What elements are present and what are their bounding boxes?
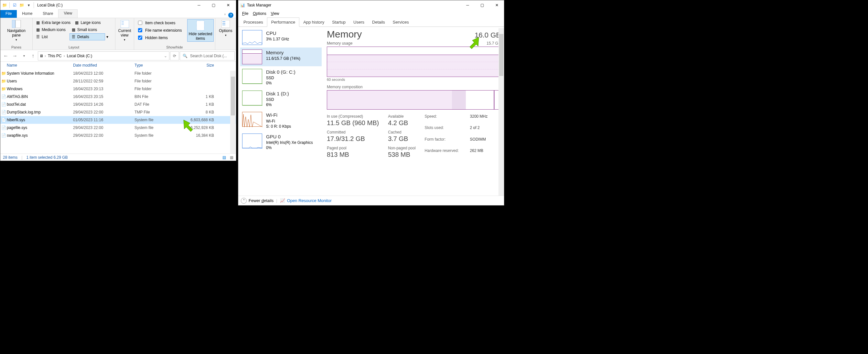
file-row[interactable]: 📁System Volume Information18/04/2023 12:…	[0, 69, 236, 77]
sidebar-item-wifi[interactable]: Wi-FiWi-FiS: 0 R: 0 Kbps	[240, 110, 322, 131]
refresh-button[interactable]: ⟳	[170, 52, 179, 60]
column-headers[interactable]: Name Date modified Type Size	[0, 62, 236, 69]
vertical-scrollbar[interactable]	[498, 28, 504, 196]
explorer-titlebar[interactable]: 📁 ☑ 📁 ▾ Local Disk (C:) ─ ▢ ✕	[0, 0, 236, 10]
svg-rect-7	[222, 21, 225, 22]
file-name: AMTAG.BIN	[7, 94, 73, 99]
large-icons-view-toggle-icon[interactable]: ▦	[230, 155, 234, 160]
qat-dropdown-icon[interactable]: ▾	[25, 3, 32, 7]
mini-title: Memory	[266, 50, 300, 56]
layout-extra-large[interactable]: ▦Extra large icons	[34, 19, 73, 26]
tm-menu-bar[interactable]: File Options View	[238, 10, 504, 17]
share-tab[interactable]: Share	[37, 10, 58, 18]
file-name: hiberfil.sys	[7, 118, 73, 122]
layout-medium[interactable]: ▦Medium icons	[34, 26, 69, 33]
col-name[interactable]: Name	[0, 63, 73, 68]
properties-qat-icon[interactable]: ☑	[11, 3, 18, 7]
hidden-items-checkbox[interactable]: Hidden items	[135, 34, 187, 41]
tab-services[interactable]: Services	[389, 18, 413, 27]
tm-tabstrip[interactable]: ProcessesPerformanceApp historyStartupUs…	[238, 17, 504, 27]
file-icon: 📄	[0, 102, 7, 107]
layout-more-icon[interactable]: ▾	[105, 35, 110, 39]
col-size[interactable]: Size	[186, 63, 217, 68]
file-type: BIN File	[134, 94, 186, 99]
file-list[interactable]: 📁System Volume Information18/04/2023 12:…	[0, 69, 236, 139]
menu-view[interactable]: View	[269, 11, 281, 17]
scrollbar-thumb[interactable]	[499, 34, 503, 76]
breadcrumb-this-pc[interactable]: This PC	[47, 54, 62, 58]
file-row[interactable]: 📄AMTAG.BIN16/04/2023 20:15BIN File1 KB	[0, 93, 236, 101]
layout-list[interactable]: ☰List	[34, 33, 69, 40]
menu-file[interactable]: File	[240, 11, 250, 17]
chevron-right-icon[interactable]: ›	[63, 54, 66, 58]
search-box[interactable]: 🔍 Search Local Disk (...	[180, 52, 235, 60]
file-row[interactable]: 📄hiberfil.sys01/05/2023 11:16System file…	[0, 116, 236, 124]
menu-options[interactable]: Options	[251, 11, 268, 17]
options-button[interactable]: Options ▾	[217, 19, 235, 38]
home-tab[interactable]: Home	[17, 10, 37, 18]
sidebar-item-disk0[interactable]: Disk 0 (G: C:)SSD0%	[240, 67, 322, 88]
file-tab[interactable]: File	[0, 10, 17, 18]
layout-details[interactable]: ☰Details	[69, 33, 105, 40]
col-date[interactable]: Date modified	[73, 63, 134, 68]
performance-sidebar[interactable]: CPU3% 1.37 GHzMemory11.6/15.7 GB (74%)Di…	[238, 27, 323, 195]
close-button[interactable]: ✕	[490, 0, 504, 10]
breadcrumb-local-disk[interactable]: Local Disk (C:)	[66, 54, 93, 58]
back-button[interactable]: ←	[2, 52, 10, 60]
file-row[interactable]: 📁Users28/11/2022 02:59File folder	[0, 77, 236, 85]
panes-group-label: Panes	[2, 45, 31, 50]
memory-panel: Memory 16.0 GB Memory usage 15.7 GB 60 s…	[323, 27, 504, 195]
address-history-icon[interactable]: ⌄	[163, 54, 168, 58]
file-row[interactable]: 📁Windows16/04/2023 20:13File folder	[0, 85, 236, 93]
minimize-button[interactable]: ─	[192, 0, 206, 10]
tm-titlebar[interactable]: 📊 Task Manager ─ ▢ ✕	[238, 0, 504, 10]
address-bar[interactable]: 🖥 › This PC › Local Disk (C:) ⌄	[38, 52, 169, 60]
close-button[interactable]: ✕	[221, 0, 235, 10]
tab-startup[interactable]: Startup	[328, 18, 349, 27]
file-row[interactable]: 📄pagefile.sys29/04/2023 22:00System file…	[0, 124, 236, 132]
file-row[interactable]: 📄swapfile.sys29/04/2023 22:00System file…	[0, 132, 236, 139]
scrollbar-thumb[interactable]	[231, 76, 235, 116]
view-tab[interactable]: View	[58, 9, 78, 18]
hide-selected-items-button[interactable]: Hide selected items	[187, 19, 214, 42]
committed-label: Committed	[327, 130, 379, 134]
item-check-boxes-checkbox[interactable]: Item check boxes	[135, 19, 187, 27]
tab-details[interactable]: Details	[368, 18, 389, 27]
sidebar-item-disk1[interactable]: Disk 1 (D:)SSD6%	[240, 89, 322, 109]
recent-locations-button[interactable]: ▾	[20, 52, 28, 60]
details-view-toggle-icon[interactable]: ▤	[222, 155, 226, 160]
tab-users[interactable]: Users	[349, 18, 368, 27]
vertical-scrollbar[interactable]	[230, 71, 236, 154]
mini-sub: 11.6/15.7 GB (74%)	[266, 56, 300, 61]
current-view-label: Current view	[118, 28, 131, 37]
sidebar-item-mem[interactable]: Memory11.6/15.7 GB (74%)	[240, 47, 322, 66]
file-type: TMP File	[134, 110, 186, 115]
sidebar-item-gpu[interactable]: GPU 0Intel(R) Iris(R) Xe Graphics0%	[240, 132, 322, 153]
sidebar-item-cpu[interactable]: CPU3% 1.37 GHz	[240, 28, 322, 47]
tab-app-history[interactable]: App history	[299, 18, 328, 27]
chevron-right-icon[interactable]: ›	[44, 54, 46, 58]
minimize-button[interactable]: ─	[460, 0, 475, 10]
current-view-button[interactable]: Current view ▾	[117, 19, 132, 42]
layout-large[interactable]: ▦Large icons	[73, 19, 108, 26]
col-type[interactable]: Type	[134, 63, 186, 68]
collapse-ribbon-icon[interactable]: ＾	[223, 12, 227, 18]
maximize-button[interactable]: ▢	[206, 0, 221, 10]
navigation-pane-button[interactable]: Navigation pane ▾	[3, 19, 30, 42]
file-type: File folder	[134, 79, 186, 84]
fewer-details-toggle[interactable]: ˄ Fewer details	[241, 198, 274, 204]
new-folder-qat-icon[interactable]: 📁	[18, 3, 25, 7]
file-row[interactable]: 📄bootTel.dat19/04/2023 14:26DAT File1 KB	[0, 101, 236, 108]
file-name-extensions-checkbox[interactable]: File name extensions	[135, 27, 187, 34]
file-date: 16/04/2023 20:15	[73, 94, 134, 99]
open-resource-monitor-link[interactable]: 📈 Open Resource Monitor	[280, 198, 332, 203]
layout-small[interactable]: ▦Small icons	[69, 26, 105, 33]
mini-title: Disk 0 (G: C:)	[266, 69, 296, 75]
maximize-button[interactable]: ▢	[475, 0, 490, 10]
forward-button[interactable]: →	[11, 52, 19, 60]
tab-processes[interactable]: Processes	[240, 18, 267, 27]
help-icon[interactable]: ?	[228, 12, 234, 18]
file-row[interactable]: 📄DumpStack.log.tmp29/04/2023 22:00TMP Fi…	[0, 108, 236, 116]
up-button[interactable]: ↑	[29, 52, 37, 60]
tab-performance[interactable]: Performance	[267, 18, 299, 27]
